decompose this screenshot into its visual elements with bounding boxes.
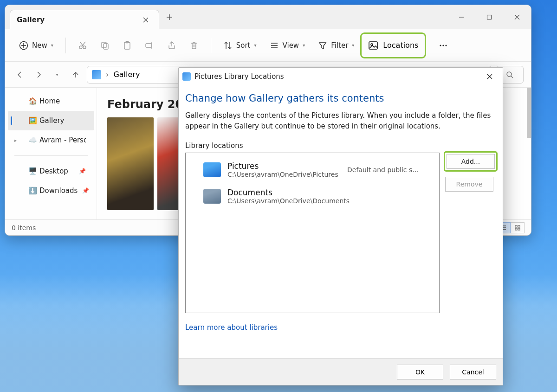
nav-back-button[interactable] xyxy=(13,67,27,82)
chevron-down-icon: ▾ xyxy=(303,43,305,48)
paste-button[interactable] xyxy=(117,36,137,55)
dialog-close-button[interactable] xyxy=(480,69,499,84)
svg-rect-4 xyxy=(102,42,106,48)
view-icon xyxy=(270,41,279,50)
svg-rect-15 xyxy=(515,225,517,227)
location-item-documents[interactable]: Documents C:\Users\avram\OneDrive\Docume… xyxy=(195,183,430,209)
locations-button[interactable]: Locations xyxy=(362,34,425,57)
add-label: Add... xyxy=(461,158,480,165)
svg-rect-18 xyxy=(518,228,520,230)
location-path: C:\Users\avram\OneDrive\Documents xyxy=(227,197,350,205)
gallery-icon: 🖼️ xyxy=(28,116,37,125)
library-locations-list[interactable]: Pictures C:\Users\avram\OneDrive\Picture… xyxy=(185,153,440,313)
chevron-down-icon: ▾ xyxy=(51,43,53,48)
location-name: Pictures xyxy=(227,161,338,171)
picture-icon xyxy=(368,40,378,51)
sidebar-item-label: Home xyxy=(39,97,60,105)
svg-rect-6 xyxy=(124,42,130,49)
browser-tab-gallery[interactable]: Gallery xyxy=(10,10,159,29)
cancel-button[interactable]: Cancel xyxy=(450,365,496,379)
photo-thumbnail[interactable] xyxy=(107,117,154,210)
pin-icon: 📌 xyxy=(79,168,86,174)
sidebar-item-onedrive[interactable]: ▸ ☁️ Avram - Personal xyxy=(8,130,94,150)
delete-button[interactable] xyxy=(184,36,204,55)
pin-icon: 📌 xyxy=(82,187,89,194)
item-count: 0 items xyxy=(12,224,36,231)
close-tab-icon[interactable] xyxy=(139,13,152,26)
remove-label: Remove xyxy=(456,180,483,188)
sidebar-item-label: Avram - Personal xyxy=(39,136,86,144)
chevron-right-icon: › xyxy=(106,70,109,79)
cancel-label: Cancel xyxy=(462,368,484,376)
dialog-titlebar: Pictures Library Locations xyxy=(179,68,503,85)
sidebar-item-downloads[interactable]: ⬇️ Downloads 📌 xyxy=(8,181,94,200)
clipboard-icon xyxy=(123,41,132,50)
filter-button[interactable]: Filter ▾ xyxy=(312,36,360,55)
ellipsis-icon xyxy=(439,41,448,50)
photo-thumbnail[interactable] xyxy=(157,117,181,210)
rename-icon xyxy=(145,41,154,50)
titlebar: Gallery xyxy=(5,5,531,29)
add-location-button[interactable]: Add... xyxy=(447,154,495,169)
gallery-location-icon xyxy=(92,70,101,79)
sort-button[interactable]: Sort ▾ xyxy=(218,36,262,55)
dialog-title: Pictures Library Locations xyxy=(194,72,284,81)
sidebar-item-label: Downloads xyxy=(39,186,78,195)
remove-location-button[interactable]: Remove xyxy=(445,177,493,192)
cut-button[interactable] xyxy=(72,36,93,55)
svg-point-13 xyxy=(446,45,447,46)
new-button[interactable]: New ▾ xyxy=(13,36,59,55)
svg-rect-5 xyxy=(104,44,108,49)
rename-button[interactable] xyxy=(139,36,160,55)
window-close-button[interactable] xyxy=(503,5,531,29)
share-icon xyxy=(167,41,176,50)
location-item-pictures[interactable]: Pictures C:\Users\avram\OneDrive\Picture… xyxy=(195,157,430,183)
location-name: Documents xyxy=(227,188,350,197)
thumbnails-view-toggle[interactable] xyxy=(511,222,525,233)
locations-label: Locations xyxy=(383,41,418,50)
svg-rect-0 xyxy=(487,15,492,19)
location-tag: Default and public save location xyxy=(347,166,421,174)
more-button[interactable] xyxy=(433,36,453,55)
location-path: C:\Users\avram\OneDrive\Pictures xyxy=(227,171,338,178)
filter-label: Filter xyxy=(331,41,348,50)
library-locations-label: Library locations xyxy=(185,141,496,150)
search-icon xyxy=(506,71,513,78)
nav-forward-button[interactable] xyxy=(31,67,46,82)
scrollbar-thumb[interactable] xyxy=(527,88,531,138)
svg-rect-9 xyxy=(369,42,377,49)
dialog-heading: Change how Gallery gathers its contents xyxy=(185,93,496,104)
learn-more-link[interactable]: Learn more about libraries xyxy=(185,323,496,332)
folder-icon xyxy=(203,162,221,177)
sidebar-item-gallery[interactable]: 🖼️ Gallery xyxy=(8,111,94,130)
share-button[interactable] xyxy=(162,36,182,55)
sidebar-item-label: Desktop xyxy=(39,167,68,175)
copy-button[interactable] xyxy=(95,36,115,55)
svg-rect-17 xyxy=(515,228,517,230)
toolbar: New ▾ Sort ▾ View ▾ Filter ▾ Locations xyxy=(5,29,531,62)
sidebar-item-label: Gallery xyxy=(39,116,64,125)
dialog-footer: OK Cancel xyxy=(179,358,503,385)
sidebar: 🏠 Home 🖼️ Gallery ▸ ☁️ Avram - Personal … xyxy=(5,88,97,219)
sidebar-item-desktop[interactable]: 🖥️ Desktop 📌 xyxy=(8,161,94,181)
chevron-right-icon[interactable]: ▸ xyxy=(14,138,17,143)
sidebar-item-home[interactable]: 🏠 Home xyxy=(8,91,94,111)
ok-label: OK xyxy=(415,368,425,376)
scissors-icon xyxy=(78,41,87,50)
svg-rect-8 xyxy=(146,44,152,47)
add-button-highlight: Add... xyxy=(445,153,496,170)
svg-rect-16 xyxy=(518,225,520,227)
nav-recent-button[interactable]: ▾ xyxy=(50,67,65,82)
breadcrumb-current: Gallery xyxy=(113,70,140,79)
minimize-button[interactable] xyxy=(447,5,475,29)
dialog-description: Gallery displays the contents of the Pic… xyxy=(185,110,496,131)
nav-up-button[interactable] xyxy=(68,67,83,82)
new-icon xyxy=(19,41,28,50)
new-label: New xyxy=(32,41,47,50)
pictures-library-icon xyxy=(182,72,191,81)
trash-icon xyxy=(189,41,199,50)
view-button[interactable]: View ▾ xyxy=(264,36,311,55)
maximize-button[interactable] xyxy=(475,5,503,29)
ok-button[interactable]: OK xyxy=(397,365,443,379)
add-tab-button[interactable] xyxy=(159,5,180,29)
